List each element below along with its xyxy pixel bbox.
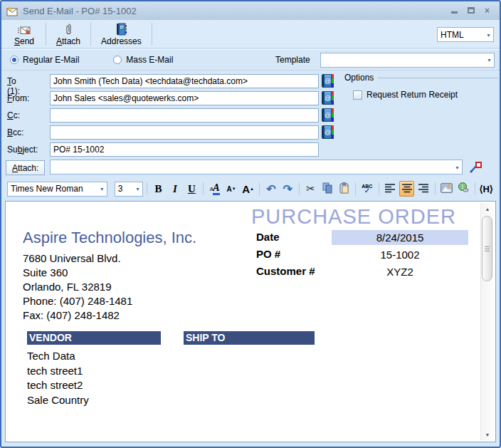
link-icon <box>458 182 469 195</box>
copy-button[interactable] <box>320 181 334 197</box>
new-email-icon <box>6 6 19 16</box>
shipto-header: SHIP TO <box>184 331 315 345</box>
from-label: From: <box>7 93 29 103</box>
redo-button[interactable]: ↷ <box>280 181 295 197</box>
regular-email-radio[interactable] <box>10 56 19 64</box>
font-family-value: Times New Roman <box>11 184 83 194</box>
addresses-label: Addresses <box>101 36 142 46</box>
addresses-button[interactable]: @ Addresses <box>94 21 149 47</box>
scrollbar-thumb[interactable] <box>482 216 492 281</box>
hyperlink-button[interactable] <box>455 181 470 197</box>
cc-input[interactable] <box>50 108 319 123</box>
format-separator <box>147 182 147 195</box>
decrease-font-button[interactable]: A▼ <box>223 181 238 197</box>
align-center-icon <box>401 183 413 195</box>
titlebar: Send E-Mail - PO# 15-1002 × <box>1 1 500 20</box>
align-right-button[interactable] <box>416 181 431 197</box>
html-source-button[interactable]: ⟨H⟩ <box>478 181 494 197</box>
format-separator <box>259 182 260 195</box>
paste-button[interactable] <box>337 181 352 197</box>
format-separator <box>435 182 436 195</box>
vendor-address: Tech Data tech street1 tech street2 Sale… <box>27 349 89 407</box>
to-address-book-icon[interactable]: @ <box>322 74 334 88</box>
to-input[interactable] <box>50 74 319 88</box>
bcc-input[interactable] <box>50 125 319 140</box>
format-separator <box>355 182 356 195</box>
underline-button[interactable]: U <box>184 181 199 197</box>
email-format-select[interactable]: HTML ▼ <box>437 27 494 42</box>
toolbar-separator <box>46 23 46 46</box>
address-line: Phone: (407) 248-1481 <box>23 294 132 308</box>
main-toolbar: Send Attach @ Addresses <box>1 20 500 48</box>
close-button[interactable]: × <box>485 6 490 15</box>
return-receipt-label: Request Return Receipt <box>366 90 458 100</box>
subject-input[interactable] <box>50 142 319 157</box>
copy-icon <box>322 182 333 196</box>
regular-email-label: Regular E-Mail <box>23 55 79 65</box>
cc-label: Cc: <box>7 110 20 120</box>
from-address-book-icon[interactable]: @ <box>322 91 334 105</box>
chevron-down-icon: ▼ <box>455 165 460 170</box>
attach-label: Attach <box>56 36 80 46</box>
date-value: 8/24/2015 <box>332 230 468 245</box>
increase-font-button[interactable]: A▲ <box>241 181 255 197</box>
align-left-button[interactable] <box>382 181 397 197</box>
scroll-up-icon[interactable]: ▲ <box>481 203 494 214</box>
mass-email-radio[interactable] <box>113 56 122 64</box>
format-separator <box>379 182 379 195</box>
attach-file-button[interactable]: Attach: <box>6 160 45 175</box>
company-name: Aspire Technologies, Inc. <box>23 229 196 247</box>
scroll-down-icon[interactable]: ▼ <box>481 429 494 440</box>
email-body-editor[interactable]: PURCHASE ORDER Aspire Technologies, Inc.… <box>5 201 496 442</box>
chevron-down-icon: ▼ <box>135 187 140 192</box>
customer-number-label: Customer # <box>256 265 327 277</box>
align-center-button[interactable] <box>399 181 414 197</box>
from-input[interactable] <box>50 91 319 105</box>
paste-icon <box>339 182 349 196</box>
bold-button[interactable]: B <box>151 181 166 197</box>
purchase-order-heading: PURCHASE ORDER <box>251 205 456 229</box>
undo-button[interactable]: ↶ <box>263 181 278 197</box>
return-receipt-checkbox[interactable] <box>353 90 362 100</box>
toolbar-separator <box>90 23 91 46</box>
attach-row: Attach: ▼ <box>1 160 500 178</box>
spellcheck-button[interactable]: ABC ✓ <box>359 181 374 197</box>
italic-button[interactable]: I <box>167 181 182 197</box>
svg-text:@: @ <box>120 25 125 29</box>
body-scrollbar[interactable]: ▲ ▼ <box>480 203 494 440</box>
bcc-address-book-icon[interactable]: @ <box>322 125 334 139</box>
bcc-label: Bcc: <box>7 127 23 137</box>
chevron-down-icon: ▼ <box>100 187 105 192</box>
format-toolbar: Times New Roman ▼ 3 ▼ B I U AA A▼ A▲ ↶ ↷… <box>1 178 500 199</box>
subject-label: Subject: <box>7 145 38 155</box>
vendor-line: tech street1 <box>27 364 89 379</box>
minimize-button[interactable] <box>451 6 458 15</box>
send-email-icon <box>17 23 31 36</box>
format-separator <box>299 182 300 195</box>
company-address: 7680 Universal Blvd. Suite 360 Orlando, … <box>23 251 132 323</box>
align-left-icon <box>384 183 396 195</box>
template-select[interactable]: ▼ <box>320 53 495 68</box>
send-label: Send <box>14 36 34 46</box>
po-number-value: 15-1002 <box>332 247 468 262</box>
insert-image-button[interactable] <box>439 181 454 197</box>
cc-address-book-icon[interactable]: @ <box>322 108 334 122</box>
attachments-select[interactable]: ▼ <box>50 160 463 174</box>
format-separator <box>475 182 475 195</box>
mass-email-label: Mass E-Mail <box>126 55 173 65</box>
vendor-line: Tech Data <box>27 349 89 364</box>
font-size-select[interactable]: 3 ▼ <box>115 182 143 197</box>
chevron-down-icon: ▼ <box>487 58 492 63</box>
attach-button[interactable]: Attach <box>49 21 88 47</box>
font-family-select[interactable]: Times New Roman ▼ <box>7 182 107 197</box>
remove-attachment-icon[interactable] <box>469 161 482 174</box>
cut-button[interactable]: ✂ <box>303 181 318 197</box>
mode-bar: Regular E-Mail Mass E-Mail Template ▼ <box>1 49 500 71</box>
maximize-button[interactable] <box>468 6 475 15</box>
send-button[interactable]: Send <box>6 21 43 47</box>
align-right-icon <box>418 183 429 195</box>
font-color-button[interactable]: AA <box>207 181 222 197</box>
customer-number-value: XYZ2 <box>332 264 468 279</box>
paperclip-icon <box>64 23 73 36</box>
email-format-value: HTML <box>441 30 464 40</box>
